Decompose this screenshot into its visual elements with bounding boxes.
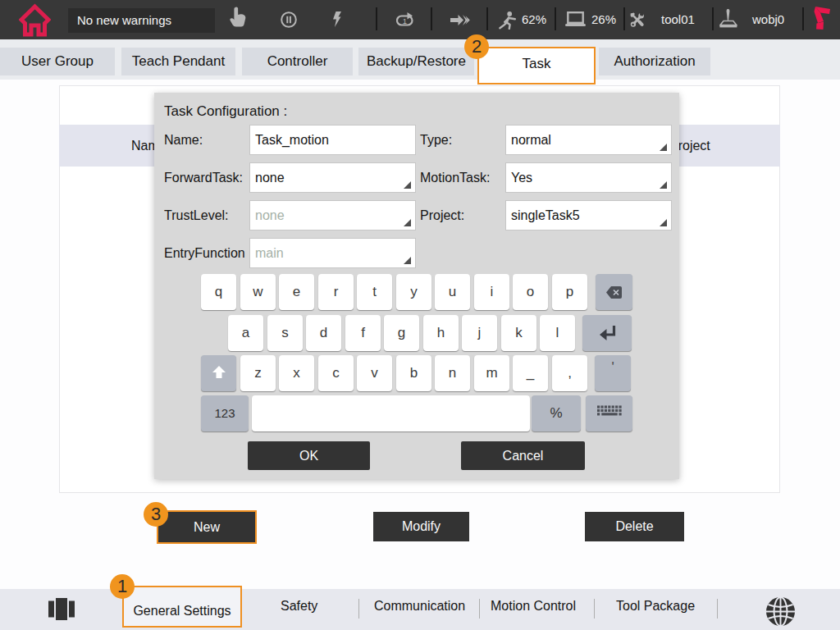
- svg-text:1: 1: [403, 16, 407, 25]
